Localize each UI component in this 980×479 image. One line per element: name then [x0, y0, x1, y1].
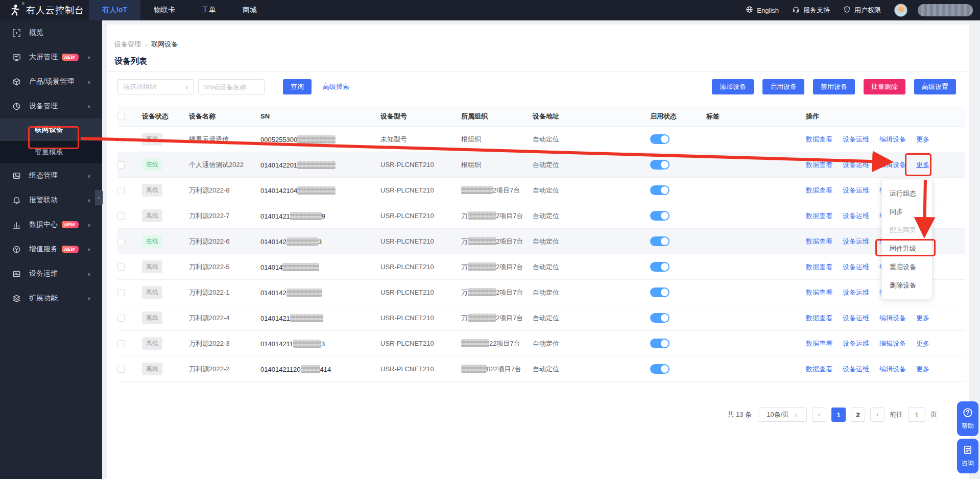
- sn-search-input[interactable]: [198, 79, 265, 94]
- row-action-设备运维[interactable]: 设备运维: [843, 339, 869, 348]
- dropdown-item-同步[interactable]: 同步: [882, 203, 932, 221]
- page-size-value: 10条/页: [767, 410, 789, 419]
- query-button[interactable]: 查询: [283, 79, 312, 94]
- row-action-更多[interactable]: 更多: [916, 314, 929, 323]
- sidebar-item-设备管理[interactable]: 设备管理∧: [0, 94, 102, 118]
- enable-toggle[interactable]: [650, 364, 670, 374]
- sidebar-item-组态管理[interactable]: 组态管理∨: [0, 163, 102, 188]
- select-all-checkbox[interactable]: [117, 113, 125, 120]
- row-action-数据查看[interactable]: 数据查看: [806, 314, 832, 323]
- redacted-blur: [282, 263, 319, 271]
- breadcrumb-parent[interactable]: 设备管理: [114, 40, 141, 49]
- row-checkbox[interactable]: [117, 136, 125, 143]
- toolbar-button-批量删除[interactable]: 批量删除: [864, 79, 905, 94]
- enable-toggle[interactable]: [650, 288, 670, 297]
- header-link-headset[interactable]: 服务支持: [792, 6, 830, 15]
- top-tab-4[interactable]: 商城: [229, 0, 270, 20]
- dropdown-item-重启设备[interactable]: 重启设备: [882, 258, 932, 276]
- row-action-设备运维[interactable]: 设备运维: [843, 262, 869, 272]
- row-action-数据查看[interactable]: 数据查看: [806, 288, 832, 297]
- enable-toggle[interactable]: [650, 262, 670, 272]
- enable-toggle[interactable]: [650, 339, 670, 348]
- row-action-设备运维[interactable]: 设备运维: [843, 160, 869, 170]
- row-action-设备运维[interactable]: 设备运维: [843, 211, 869, 221]
- row-checkbox[interactable]: [117, 238, 125, 245]
- sidebar-item-产品/场景管理[interactable]: 产品/场景管理∨: [0, 69, 102, 94]
- row-checkbox[interactable]: [117, 366, 125, 373]
- row-action-设备运维[interactable]: 设备运维: [843, 135, 869, 144]
- page-number-1[interactable]: 1: [831, 408, 846, 422]
- row-checkbox[interactable]: [117, 264, 125, 271]
- org-select[interactable]: 请选择组织 ∨: [117, 79, 194, 94]
- row-action-更多[interactable]: 更多: [916, 135, 929, 144]
- advanced-search-link[interactable]: 高级搜索: [323, 82, 349, 91]
- header-link-globe[interactable]: English: [746, 6, 779, 15]
- row-action-编辑设备[interactable]: 编辑设备: [879, 314, 906, 323]
- row-action-数据查看[interactable]: 数据查看: [806, 211, 832, 221]
- enable-toggle[interactable]: [650, 313, 670, 323]
- goto-page-input[interactable]: [908, 408, 925, 422]
- user-avatar[interactable]: [894, 4, 907, 17]
- sidebar-item-报警联动[interactable]: 报警联动∨: [0, 188, 102, 212]
- row-action-数据查看[interactable]: 数据查看: [806, 186, 832, 195]
- row-action-数据查看[interactable]: 数据查看: [806, 237, 832, 246]
- row-action-数据查看[interactable]: 数据查看: [806, 339, 832, 348]
- row-action-更多[interactable]: 更多: [916, 365, 929, 374]
- dropdown-item-固件升级[interactable]: 固件升级: [882, 240, 932, 258]
- sidebar-subitem-变量模板[interactable]: 变量模板: [0, 141, 102, 163]
- status-badge: 离线: [142, 133, 162, 146]
- enable-toggle[interactable]: [650, 211, 670, 221]
- sidebar-item-设备运维[interactable]: 设备运维∨: [0, 261, 102, 286]
- page-number-2[interactable]: 2: [851, 408, 865, 422]
- row-action-编辑设备[interactable]: 编辑设备: [879, 135, 906, 144]
- sidebar-item-增值服务[interactable]: 增值服务NEW∨: [0, 237, 102, 261]
- sidebar-subitem-联网设备[interactable]: 联网设备: [0, 118, 102, 141]
- toolbar-button-禁用设备[interactable]: 禁用设备: [813, 79, 855, 94]
- float-button-咨询[interactable]: 咨询: [957, 439, 978, 473]
- dropdown-item-运行组态[interactable]: 运行组态: [882, 184, 932, 203]
- toolbar-button-启用设备[interactable]: 启用设备: [762, 79, 804, 94]
- row-checkbox[interactable]: [117, 161, 125, 169]
- row-action-数据查看[interactable]: 数据查看: [806, 262, 832, 272]
- row-checkbox[interactable]: [117, 289, 125, 296]
- column-header-设备状态: 设备状态: [142, 112, 189, 121]
- prev-page-button[interactable]: ‹: [812, 408, 826, 422]
- row-checkbox[interactable]: [117, 187, 125, 194]
- sidebar-item-数据中心[interactable]: 数据中心NEW∨: [0, 212, 102, 237]
- row-checkbox[interactable]: [117, 340, 125, 347]
- sidebar-item-大屏管理[interactable]: 大屏管理NEW∨: [0, 45, 102, 69]
- row-action-更多[interactable]: 更多: [916, 160, 929, 170]
- row-action-编辑设备[interactable]: 编辑设备: [879, 339, 906, 348]
- sidebar-item-概览[interactable]: 概览: [0, 20, 102, 45]
- top-tab-2[interactable]: 物联卡: [140, 0, 188, 20]
- row-action-更多[interactable]: 更多: [916, 339, 929, 348]
- row-action-设备运维[interactable]: 设备运维: [843, 314, 869, 323]
- row-checkbox[interactable]: [117, 315, 125, 322]
- row-action-设备运维[interactable]: 设备运维: [843, 365, 869, 374]
- enable-toggle[interactable]: [650, 160, 670, 170]
- top-tab-1[interactable]: 有人IoT: [89, 0, 140, 20]
- enable-toggle[interactable]: [650, 134, 670, 144]
- dropdown-item-删除设备[interactable]: 删除设备: [882, 276, 932, 295]
- pagination-total: 共 13 条: [727, 410, 752, 419]
- row-action-数据查看[interactable]: 数据查看: [806, 135, 832, 144]
- page-size-select[interactable]: 10条/页∨: [758, 408, 807, 422]
- row-action-数据查看[interactable]: 数据查看: [806, 160, 832, 170]
- float-button-帮助[interactable]: 帮助: [957, 401, 978, 436]
- header-link-shield[interactable]: 用户权限: [843, 6, 881, 15]
- sidebar-item-扩展功能[interactable]: 扩展功能∨: [0, 286, 102, 310]
- row-action-数据查看[interactable]: 数据查看: [806, 365, 832, 374]
- row-action-设备运维[interactable]: 设备运维: [843, 186, 869, 195]
- top-tab-3[interactable]: 工单: [188, 0, 229, 20]
- enable-toggle[interactable]: [650, 185, 670, 195]
- row-action-编辑设备[interactable]: 编辑设备: [879, 160, 906, 170]
- toolbar-button-添加设备[interactable]: 添加设备: [712, 79, 754, 94]
- toolbar-button-高级设置[interactable]: 高级设置: [914, 79, 956, 94]
- row-action-设备运维[interactable]: 设备运维: [843, 237, 869, 246]
- enable-toggle[interactable]: [650, 236, 670, 246]
- next-page-button[interactable]: ›: [870, 408, 885, 422]
- row-checkbox[interactable]: [117, 212, 125, 220]
- sidebar-collapse-handle[interactable]: ‹: [95, 190, 103, 205]
- row-action-编辑设备[interactable]: 编辑设备: [879, 365, 906, 374]
- row-action-设备运维[interactable]: 设备运维: [843, 288, 869, 297]
